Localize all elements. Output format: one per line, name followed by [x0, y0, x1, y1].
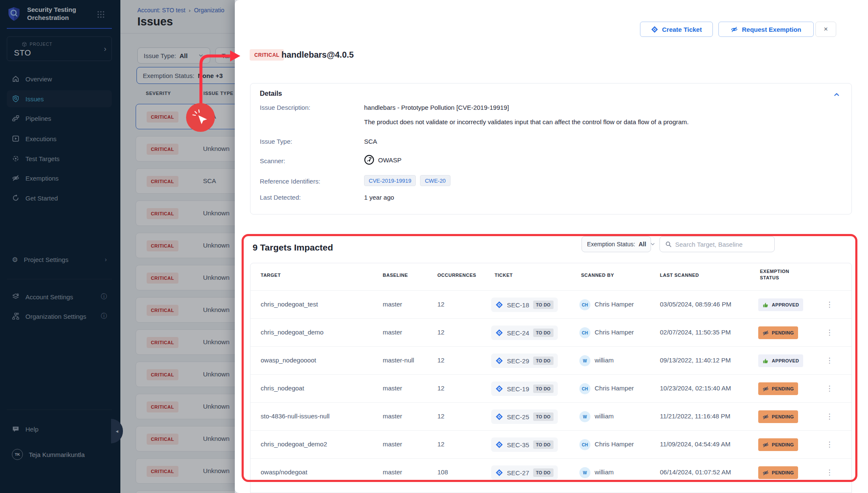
close-icon: ×: [824, 25, 828, 33]
issue-type-label: Issue Type:: [260, 138, 292, 145]
request-exemption-button[interactable]: Request Exemption: [718, 22, 814, 37]
button-label: Create Ticket: [662, 26, 702, 33]
scanner-value: OWASP: [378, 156, 401, 164]
issue-description-label: Issue Description:: [260, 104, 310, 111]
owasp-zap-icon: [364, 155, 374, 165]
reference-chip-cve[interactable]: CVE-2019-19919: [364, 175, 416, 186]
issue-type-value: SCA: [364, 138, 377, 145]
reference-chips: CVE-2019-19919CWE-20: [364, 175, 455, 186]
details-card: Details Issue Description: handlebars - …: [250, 83, 852, 214]
last-detected-label: Last Detected:: [260, 194, 301, 201]
last-detected-value: 1 year ago: [364, 194, 394, 201]
severity-badge: CRITICAL: [250, 49, 284, 61]
create-ticket-button[interactable]: Create Ticket: [640, 22, 713, 37]
issue-description-line2: The product does not validate or incorre…: [364, 118, 830, 125]
issue-title: handlebars@4.0.5: [281, 50, 354, 60]
button-label: Request Exemption: [742, 26, 801, 33]
scanner-label: Scanner:: [260, 157, 285, 164]
details-heading: Details: [260, 90, 282, 97]
jira-diamond-icon: [651, 26, 658, 33]
collapse-chevron-up-icon[interactable]: [833, 90, 840, 98]
reference-identifiers-label: Reference Identifiers:: [260, 178, 320, 185]
issue-description-line1: handlebars - Prototype Pollution [CVE-20…: [364, 104, 509, 111]
annotation-highlight-box: [242, 234, 857, 482]
scanner-value-row: OWASP: [364, 155, 401, 165]
modal-backdrop: [0, 0, 235, 493]
eye-off-icon: [731, 26, 738, 33]
reference-chip-cwe[interactable]: CWE-20: [420, 175, 450, 186]
close-button[interactable]: ×: [815, 22, 836, 37]
